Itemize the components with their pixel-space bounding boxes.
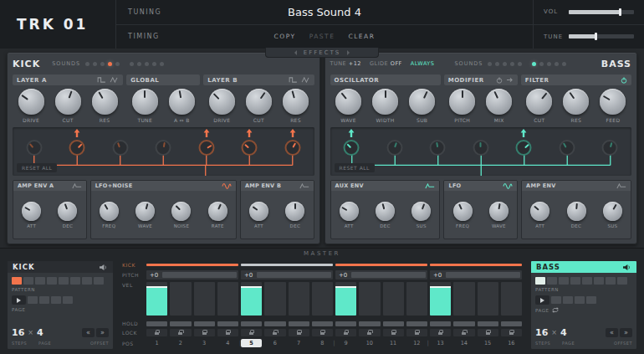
velocity-step[interactable] <box>289 282 309 316</box>
step-number[interactable]: 8 <box>312 339 333 347</box>
kick-steps-value[interactable]: 16 <box>12 327 24 338</box>
velocity-step[interactable] <box>264 282 285 316</box>
hold-step[interactable] <box>217 321 238 326</box>
sound-dot[interactable] <box>488 62 492 66</box>
kick-trigger-segment[interactable] <box>430 264 522 266</box>
clear-button[interactable]: CLEAR <box>348 33 375 40</box>
knob-dial[interactable] <box>449 89 475 115</box>
lock-step[interactable] <box>453 329 474 336</box>
sound-dot[interactable] <box>93 62 97 66</box>
sound-dot[interactable] <box>518 62 522 66</box>
sound-dot[interactable] <box>108 62 112 66</box>
bass-glide-badge[interactable]: GLIDE OFF <box>370 60 402 67</box>
bass-steps-value[interactable]: 16 <box>535 327 548 338</box>
speaker-icon[interactable] <box>99 264 108 271</box>
mod-knob[interactable] <box>559 140 575 156</box>
knob-dial[interactable] <box>376 202 395 221</box>
lock-step[interactable] <box>241 329 262 336</box>
volume-slider[interactable] <box>569 10 634 14</box>
knob-dial[interactable] <box>563 89 589 115</box>
mod-knob[interactable] <box>284 140 300 156</box>
lock-step[interactable] <box>501 329 522 336</box>
lock-step[interactable] <box>289 329 309 336</box>
hold-step[interactable] <box>170 321 191 326</box>
page-slot[interactable] <box>575 296 585 304</box>
knob-dial[interactable] <box>208 202 227 221</box>
pattern-slot[interactable] <box>12 277 22 285</box>
knob-dial[interactable] <box>135 202 155 221</box>
velocity-step[interactable] <box>241 282 262 316</box>
reset-all-button[interactable]: RESET ALL <box>335 163 375 172</box>
step-number[interactable]: 12 <box>406 339 427 347</box>
sound-dot[interactable] <box>145 62 149 66</box>
pitch-cell[interactable]: +0 <box>335 270 427 280</box>
knob-dial[interactable] <box>92 89 118 115</box>
page-slot[interactable] <box>551 296 561 304</box>
knob-dial[interactable] <box>600 89 626 115</box>
tuning-menu[interactable]: TUNING <box>116 8 200 16</box>
lock-step[interactable] <box>170 329 191 336</box>
lock-step[interactable] <box>312 329 333 336</box>
lock-step[interactable] <box>359 329 380 336</box>
sound-dot[interactable] <box>510 62 514 66</box>
step-number[interactable]: 10 <box>359 339 380 347</box>
lock-step[interactable] <box>430 329 451 336</box>
paste-button[interactable]: PASTE <box>309 33 335 40</box>
mod-knob[interactable] <box>430 140 446 156</box>
pattern-slot[interactable] <box>59 277 69 285</box>
pattern-slot[interactable] <box>82 277 92 285</box>
hold-step[interactable] <box>289 321 309 326</box>
mod-knob[interactable] <box>386 140 402 156</box>
play-button[interactable] <box>535 295 549 305</box>
knob-dial[interactable] <box>372 89 398 115</box>
knob-dial[interactable] <box>169 89 195 115</box>
page-slot[interactable] <box>28 296 38 304</box>
lock-step[interactable] <box>406 329 427 336</box>
hold-step[interactable] <box>406 321 427 326</box>
velocity-step[interactable] <box>170 282 191 316</box>
kick-pages-value[interactable]: 4 <box>37 327 43 338</box>
knob-dial[interactable] <box>335 89 361 115</box>
step-number[interactable]: 16 <box>501 339 522 347</box>
kick-trigger-segment[interactable] <box>146 264 238 266</box>
sound-dot[interactable] <box>115 62 120 66</box>
mod-knob[interactable] <box>198 140 214 156</box>
sound-dot[interactable] <box>130 62 134 66</box>
hold-step[interactable] <box>194 321 215 326</box>
page-slot[interactable] <box>563 296 573 304</box>
step-number[interactable]: 1 <box>146 339 167 347</box>
knob-dial[interactable] <box>58 202 77 221</box>
lock-step[interactable] <box>146 329 167 336</box>
sound-dot[interactable] <box>562 62 566 66</box>
step-number[interactable]: 7 <box>289 339 309 347</box>
sound-dot[interactable] <box>495 62 499 66</box>
knob-dial[interactable] <box>55 89 81 115</box>
lock-step[interactable] <box>264 329 285 336</box>
tune-slider[interactable] <box>569 34 634 38</box>
knob-dial[interactable] <box>411 202 431 221</box>
pattern-slot[interactable] <box>606 277 616 285</box>
kick-trigger-segment[interactable] <box>241 264 333 266</box>
pattern-slot[interactable] <box>617 277 627 285</box>
loop-icon[interactable] <box>551 307 560 313</box>
sound-dot[interactable] <box>152 62 156 66</box>
pattern-slot[interactable] <box>582 277 592 285</box>
velocity-step[interactable] <box>217 282 238 316</box>
mod-knob[interactable] <box>112 140 128 156</box>
knob-dial[interactable] <box>567 202 586 221</box>
knob-dial[interactable] <box>249 202 268 221</box>
sound-dot[interactable] <box>503 62 507 66</box>
sound-dot[interactable] <box>555 62 559 66</box>
offset-left-button[interactable]: « <box>82 328 95 337</box>
step-number[interactable]: 15 <box>478 339 498 347</box>
bass-always-badge[interactable]: ALWAYS <box>411 60 435 67</box>
pattern-slot[interactable] <box>23 277 33 285</box>
sound-dot[interactable] <box>85 62 89 66</box>
step-number[interactable]: 4 <box>217 339 238 347</box>
pattern-slot[interactable] <box>570 277 580 285</box>
knob-dial[interactable] <box>22 202 41 221</box>
pattern-slot[interactable] <box>47 277 57 285</box>
offset-right-button[interactable]: » <box>620 328 632 337</box>
page-slot[interactable] <box>63 296 73 304</box>
lock-step[interactable] <box>217 329 238 336</box>
